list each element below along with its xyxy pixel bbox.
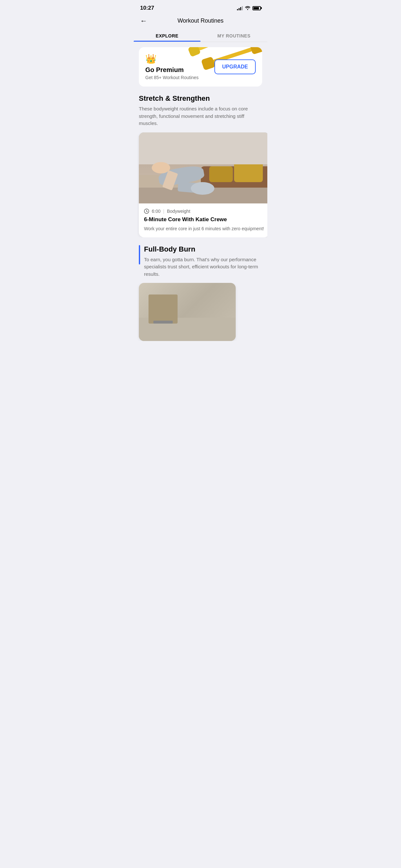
full-body-card-image bbox=[139, 283, 236, 341]
premium-info: 👑 Go Premium Get 85+ Workout Routines bbox=[145, 54, 198, 80]
status-icons bbox=[237, 5, 261, 11]
card-title-core: 6-Minute Core With Katie Crewe bbox=[144, 216, 264, 223]
battery-icon bbox=[252, 6, 261, 10]
premium-subtitle: Get 85+ Workout Routines bbox=[145, 75, 198, 80]
card-type: Bodyweight bbox=[167, 209, 190, 214]
timer-icon bbox=[144, 209, 149, 214]
signal-icon bbox=[237, 6, 243, 10]
card-desc-core: Work your entire core in just 6 minutes … bbox=[144, 225, 264, 232]
status-time: 10:27 bbox=[140, 5, 154, 11]
stretch-strengthen-section: Stretch & Strengthen These bodyweight ro… bbox=[139, 94, 262, 237]
page-title: Workout Routines bbox=[178, 18, 224, 24]
section-desc-stretch: These bodyweight routines include a focu… bbox=[139, 105, 262, 127]
section-desc-fullbody: To earn, you gotta burn. That's why our … bbox=[144, 256, 262, 278]
status-bar: 10:27 bbox=[134, 0, 267, 14]
full-body-cards-scroll bbox=[134, 283, 267, 341]
tab-explore[interactable]: EXPLORE bbox=[134, 29, 201, 42]
card-image-core bbox=[139, 132, 267, 204]
tab-my-routines[interactable]: MY ROUTINES bbox=[201, 29, 267, 42]
back-button[interactable]: ← bbox=[140, 17, 147, 25]
main-content: 👑 Go Premium Get 85+ Workout Routines UP… bbox=[134, 42, 267, 354]
tab-bar: EXPLORE MY ROUTINES bbox=[134, 29, 267, 42]
section-title-stretch: Stretch & Strengthen bbox=[139, 94, 262, 103]
dumbbell-decoration bbox=[190, 47, 233, 53]
full-body-card-1[interactable] bbox=[139, 283, 236, 341]
premium-banner[interactable]: 👑 Go Premium Get 85+ Workout Routines UP… bbox=[139, 47, 262, 87]
workout-card-core[interactable]: 6:00 | Bodyweight 6-Minute Core With Kat… bbox=[139, 132, 267, 237]
section-title-fullbody: Full-Body Burn bbox=[144, 245, 262, 253]
upgrade-button[interactable]: UPGRADE bbox=[214, 59, 256, 74]
card-duration: 6:00 bbox=[152, 209, 160, 214]
wifi-icon bbox=[245, 5, 251, 11]
card-info-core: 6:00 | Bodyweight 6-Minute Core With Kat… bbox=[139, 204, 267, 237]
crown-icon: 👑 bbox=[145, 54, 198, 64]
nav-header: ← Workout Routines bbox=[134, 14, 267, 29]
accent-bar bbox=[139, 245, 140, 265]
workout-cards-scroll: 6:00 | Bodyweight 6-Minute Core With Kat… bbox=[134, 132, 267, 237]
full-body-burn-section: Full-Body Burn To earn, you gotta burn. … bbox=[139, 245, 262, 341]
premium-title: Go Premium bbox=[145, 66, 198, 73]
card-meta-core: 6:00 | Bodyweight bbox=[144, 209, 264, 214]
